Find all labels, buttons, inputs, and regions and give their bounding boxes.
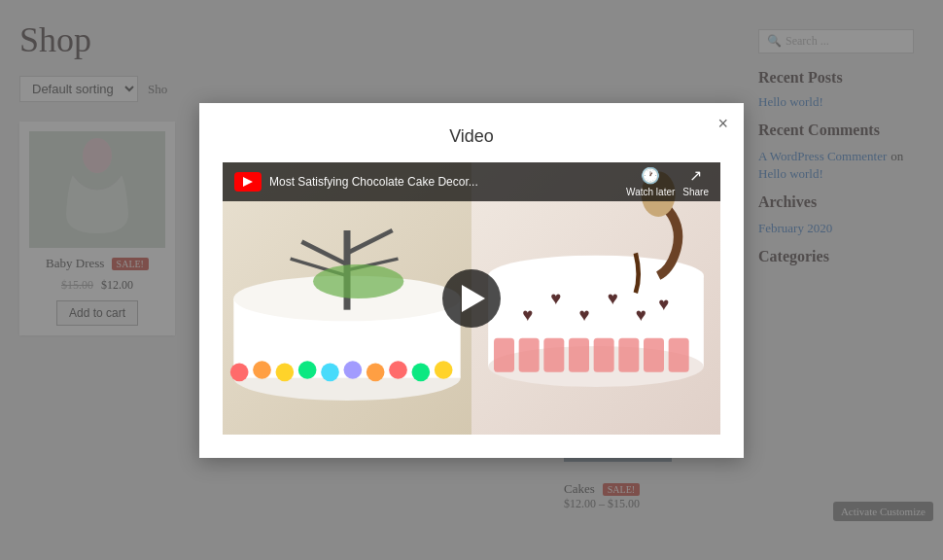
svg-rect-28 (618, 337, 639, 371)
svg-point-15 (367, 363, 385, 381)
modal-close-button[interactable]: × (717, 115, 728, 132)
youtube-play-icon (243, 177, 253, 187)
svg-point-14 (344, 361, 363, 379)
cake-right-image: ♥ ♥ ♥ ♥ ♥ ♥ (472, 162, 720, 435)
svg-point-17 (412, 363, 431, 381)
svg-rect-24 (519, 337, 540, 371)
svg-rect-23 (494, 337, 514, 371)
svg-rect-26 (569, 337, 589, 371)
modal-box: × Video Most Satisfying Chocolate Cake D… (199, 103, 744, 458)
svg-text:♥: ♥ (636, 304, 646, 325)
watch-later-button[interactable]: 🕐 Watch later (626, 166, 675, 197)
svg-point-12 (298, 361, 317, 379)
video-title-text: Most Satisfying Chocolate Cake Decor... (269, 175, 618, 189)
video-container[interactable]: Most Satisfying Chocolate Cake Decor... … (223, 162, 720, 435)
svg-text:♥: ♥ (522, 304, 533, 325)
svg-point-9 (230, 363, 249, 381)
cake-left-image (223, 162, 472, 435)
svg-text:♥: ♥ (658, 293, 669, 313)
svg-line-5 (301, 241, 347, 263)
modal-title: Video (223, 126, 720, 147)
video-top-bar: Most Satisfying Chocolate Cake Decor... … (223, 162, 720, 201)
svg-point-13 (321, 363, 339, 381)
share-button[interactable]: ↗ Share (682, 166, 709, 197)
svg-point-19 (313, 264, 403, 298)
svg-point-18 (435, 361, 453, 379)
svg-rect-27 (594, 337, 614, 371)
share-icon: ↗ (689, 166, 702, 185)
svg-rect-29 (644, 337, 664, 371)
svg-text:♥: ♥ (550, 287, 561, 307)
svg-point-10 (253, 361, 271, 379)
play-button[interactable] (442, 269, 501, 328)
svg-text:♥: ♥ (579, 304, 590, 325)
svg-line-6 (347, 230, 393, 253)
svg-point-11 (276, 363, 295, 381)
modal-overlay: × Video Most Satisfying Chocolate Cake D… (0, 0, 943, 560)
play-icon (462, 285, 485, 312)
svg-rect-25 (543, 337, 564, 371)
svg-rect-30 (669, 337, 689, 371)
youtube-logo-icon (234, 172, 262, 192)
svg-text:♥: ♥ (608, 287, 618, 307)
clock-icon: 🕐 (641, 166, 660, 185)
svg-point-16 (389, 361, 407, 379)
